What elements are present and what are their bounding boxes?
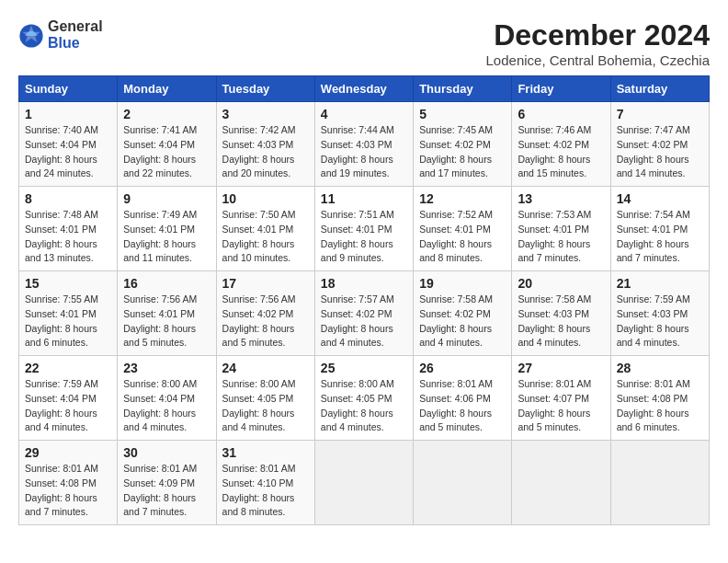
day-number: 13 — [518, 191, 604, 206]
day-number: 17 — [222, 276, 309, 291]
col-header-sunday: Sunday — [19, 76, 118, 102]
day-number: 21 — [617, 276, 703, 291]
title-area: December 2024 Lodenice, Central Bohemia,… — [486, 18, 710, 68]
day-info: Sunrise: 7:59 AMSunset: 4:03 PMDaylight:… — [617, 293, 703, 350]
logo-area: General Blue — [18, 18, 103, 51]
day-info: Sunrise: 7:59 AMSunset: 4:04 PMDaylight:… — [25, 377, 111, 435]
day-cell: 2Sunrise: 7:41 AMSunset: 4:04 PMDaylight… — [118, 102, 216, 187]
day-number: 1 — [25, 107, 111, 121]
day-info: Sunrise: 7:48 AMSunset: 4:01 PMDaylight:… — [25, 208, 111, 266]
header: General Blue December 2024 Lodenice, Cen… — [18, 18, 710, 68]
day-cell: 29Sunrise: 8:01 AMSunset: 4:08 PMDayligh… — [19, 441, 118, 525]
day-number: 25 — [321, 361, 407, 375]
day-number: 20 — [518, 276, 604, 291]
day-number: 12 — [419, 191, 506, 206]
day-info: Sunrise: 7:49 AMSunset: 4:01 PMDaylight:… — [123, 208, 210, 266]
day-number: 5 — [419, 107, 506, 121]
day-cell: 21Sunrise: 7:59 AMSunset: 4:03 PMDayligh… — [610, 271, 709, 356]
day-cell: 13Sunrise: 7:53 AMSunset: 4:01 PMDayligh… — [512, 187, 610, 271]
day-info: Sunrise: 8:01 AMSunset: 4:06 PMDaylight:… — [419, 377, 506, 435]
day-cell — [414, 441, 512, 525]
day-cell: 5Sunrise: 7:45 AMSunset: 4:02 PMDaylight… — [414, 102, 512, 187]
day-number: 2 — [123, 107, 210, 121]
day-number: 19 — [419, 276, 506, 291]
day-cell: 9Sunrise: 7:49 AMSunset: 4:01 PMDaylight… — [118, 187, 216, 271]
col-header-friday: Friday — [512, 76, 610, 102]
day-number: 22 — [25, 361, 111, 375]
day-cell: 6Sunrise: 7:46 AMSunset: 4:02 PMDaylight… — [512, 102, 610, 187]
day-info: Sunrise: 8:00 AMSunset: 4:05 PMDaylight:… — [321, 377, 407, 435]
calendar-body: 1Sunrise: 7:40 AMSunset: 4:04 PMDaylight… — [19, 102, 710, 525]
day-cell — [512, 441, 610, 525]
day-number: 4 — [321, 107, 407, 121]
logo-text: General Blue — [48, 18, 103, 51]
day-cell: 3Sunrise: 7:42 AMSunset: 4:03 PMDaylight… — [216, 102, 314, 187]
day-cell: 31Sunrise: 8:01 AMSunset: 4:10 PMDayligh… — [216, 441, 314, 525]
day-info: Sunrise: 8:01 AMSunset: 4:08 PMDaylight:… — [617, 377, 703, 435]
day-number: 3 — [222, 107, 309, 121]
day-cell: 28Sunrise: 8:01 AMSunset: 4:08 PMDayligh… — [610, 356, 709, 441]
col-header-thursday: Thursday — [414, 76, 512, 102]
day-info: Sunrise: 8:00 AMSunset: 4:05 PMDaylight:… — [222, 377, 309, 435]
day-cell: 25Sunrise: 8:00 AMSunset: 4:05 PMDayligh… — [314, 356, 413, 441]
day-cell: 30Sunrise: 8:01 AMSunset: 4:09 PMDayligh… — [118, 441, 216, 525]
week-row-2: 8Sunrise: 7:48 AMSunset: 4:01 PMDaylight… — [19, 187, 710, 271]
day-info: Sunrise: 7:52 AMSunset: 4:01 PMDaylight:… — [419, 208, 506, 266]
day-cell: 22Sunrise: 7:59 AMSunset: 4:04 PMDayligh… — [19, 356, 118, 441]
day-info: Sunrise: 7:47 AMSunset: 4:02 PMDaylight:… — [617, 123, 703, 181]
day-cell — [314, 441, 413, 525]
day-number: 9 — [123, 191, 210, 206]
day-info: Sunrise: 7:46 AMSunset: 4:02 PMDaylight:… — [518, 123, 604, 181]
day-number: 26 — [419, 361, 506, 375]
day-info: Sunrise: 7:54 AMSunset: 4:01 PMDaylight:… — [617, 208, 703, 266]
week-row-5: 29Sunrise: 8:01 AMSunset: 4:08 PMDayligh… — [19, 441, 710, 525]
day-number: 6 — [518, 107, 604, 121]
subtitle: Lodenice, Central Bohemia, Czechia — [486, 52, 710, 68]
page-container: General Blue December 2024 Lodenice, Cen… — [18, 18, 710, 525]
day-number: 16 — [123, 276, 210, 291]
day-info: Sunrise: 7:57 AMSunset: 4:02 PMDaylight:… — [321, 293, 407, 350]
day-info: Sunrise: 7:44 AMSunset: 4:03 PMDaylight:… — [321, 123, 407, 181]
day-info: Sunrise: 7:56 AMSunset: 4:01 PMDaylight:… — [123, 293, 210, 350]
day-info: Sunrise: 7:50 AMSunset: 4:01 PMDaylight:… — [222, 208, 309, 266]
logo-icon — [18, 23, 44, 49]
day-number: 8 — [25, 191, 111, 206]
day-info: Sunrise: 7:55 AMSunset: 4:01 PMDaylight:… — [25, 293, 111, 350]
day-info: Sunrise: 8:00 AMSunset: 4:04 PMDaylight:… — [123, 377, 210, 435]
day-info: Sunrise: 8:01 AMSunset: 4:09 PMDaylight:… — [123, 462, 210, 520]
day-info: Sunrise: 7:45 AMSunset: 4:02 PMDaylight:… — [419, 123, 506, 181]
day-number: 10 — [222, 191, 309, 206]
day-cell: 7Sunrise: 7:47 AMSunset: 4:02 PMDaylight… — [610, 102, 709, 187]
day-cell: 27Sunrise: 8:01 AMSunset: 4:07 PMDayligh… — [512, 356, 610, 441]
day-info: Sunrise: 7:58 AMSunset: 4:02 PMDaylight:… — [419, 293, 506, 350]
day-cell: 26Sunrise: 8:01 AMSunset: 4:06 PMDayligh… — [414, 356, 512, 441]
day-info: Sunrise: 7:41 AMSunset: 4:04 PMDaylight:… — [123, 123, 210, 181]
day-info: Sunrise: 7:42 AMSunset: 4:03 PMDaylight:… — [222, 123, 309, 181]
day-info: Sunrise: 7:56 AMSunset: 4:02 PMDaylight:… — [222, 293, 309, 350]
week-row-3: 15Sunrise: 7:55 AMSunset: 4:01 PMDayligh… — [19, 271, 710, 356]
logo-blue: Blue — [48, 35, 80, 51]
day-number: 7 — [617, 107, 703, 121]
day-info: Sunrise: 7:51 AMSunset: 4:01 PMDaylight:… — [321, 208, 407, 266]
day-info: Sunrise: 8:01 AMSunset: 4:08 PMDaylight:… — [25, 462, 111, 520]
day-cell: 20Sunrise: 7:58 AMSunset: 4:03 PMDayligh… — [512, 271, 610, 356]
day-cell: 1Sunrise: 7:40 AMSunset: 4:04 PMDaylight… — [19, 102, 118, 187]
header-row: SundayMondayTuesdayWednesdayThursdayFrid… — [19, 76, 710, 102]
day-cell: 17Sunrise: 7:56 AMSunset: 4:02 PMDayligh… — [216, 271, 314, 356]
main-title: December 2024 — [486, 18, 710, 52]
day-number: 28 — [617, 361, 703, 375]
week-row-4: 22Sunrise: 7:59 AMSunset: 4:04 PMDayligh… — [19, 356, 710, 441]
day-number: 15 — [25, 276, 111, 291]
day-cell: 11Sunrise: 7:51 AMSunset: 4:01 PMDayligh… — [314, 187, 413, 271]
col-header-tuesday: Tuesday — [216, 76, 314, 102]
day-info: Sunrise: 8:01 AMSunset: 4:07 PMDaylight:… — [518, 377, 604, 435]
day-number: 27 — [518, 361, 604, 375]
day-info: Sunrise: 7:58 AMSunset: 4:03 PMDaylight:… — [518, 293, 604, 350]
day-cell: 4Sunrise: 7:44 AMSunset: 4:03 PMDaylight… — [314, 102, 413, 187]
day-cell: 23Sunrise: 8:00 AMSunset: 4:04 PMDayligh… — [118, 356, 216, 441]
day-number: 30 — [123, 445, 210, 460]
day-info: Sunrise: 7:40 AMSunset: 4:04 PMDaylight:… — [25, 123, 111, 181]
day-info: Sunrise: 8:01 AMSunset: 4:10 PMDaylight:… — [222, 462, 309, 520]
day-number: 11 — [321, 191, 407, 206]
week-row-1: 1Sunrise: 7:40 AMSunset: 4:04 PMDaylight… — [19, 102, 710, 187]
